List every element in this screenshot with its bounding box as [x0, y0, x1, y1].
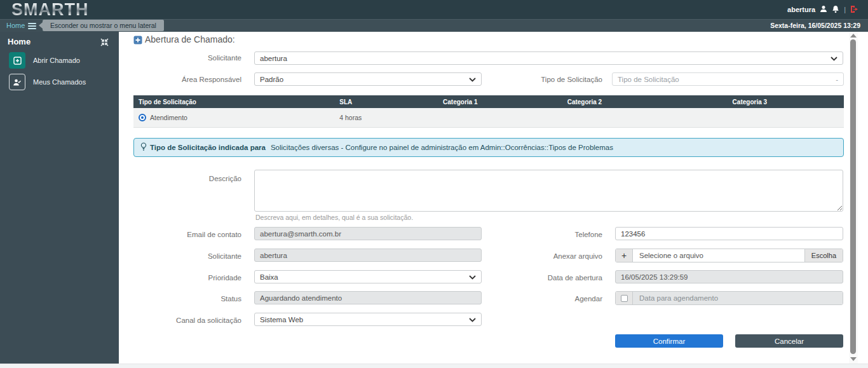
current-datetime: Sexta-feira, 16/05/2025 13:29 [770, 22, 860, 29]
email-contato-label: Email de contato [133, 231, 241, 238]
chevron-down-icon [469, 316, 476, 324]
sidebar-collapse-icon[interactable] [100, 37, 109, 49]
cancelar-button[interactable]: Cancelar [735, 334, 843, 348]
banner-bold-text: Tipo de Solicitação indicada para [150, 144, 266, 151]
status-input [254, 291, 482, 304]
anexar-arquivo-group: + Selecione o arquivo Escolha [615, 249, 843, 262]
horizontal-scrollbar-track[interactable] [0, 364, 868, 368]
descricao-help-text: Descreva aqui, em detalhes, qual é a sua… [255, 214, 413, 221]
breadcrumb-home-link[interactable]: Home [6, 22, 25, 29]
open-ticket-plus-icon [9, 52, 25, 69]
agendar-group: Data para agendamento [615, 291, 843, 305]
table-header-row: Tipo de Solicitação SLA Categoria 1 Cate… [133, 95, 844, 108]
canal-solicitacao-label: Canal da solicitação [133, 317, 241, 324]
row-sla-value: 4 horas [339, 114, 407, 121]
sidebar-item-label: Meus Chamados [33, 78, 86, 86]
chevron-down-icon [469, 273, 476, 281]
select2-dash-icon: - [836, 76, 838, 83]
anexar-arquivo-label: Anexar arquivo [494, 252, 602, 260]
scrollbar-up-arrow[interactable] [850, 34, 857, 37]
area-select-value: Padrão [260, 76, 283, 83]
logout-icon[interactable] [850, 5, 859, 15]
atendimento-radio[interactable] [139, 114, 146, 121]
sidebar-item-meus-chamados[interactable]: Meus Chamados [9, 74, 86, 90]
confirmar-button[interactable]: Confirmar [615, 334, 723, 348]
hamburger-menu-icon[interactable] [28, 23, 36, 31]
attach-plus-button[interactable]: + [616, 249, 633, 262]
telefone-label: Telefone [494, 231, 602, 238]
telefone-input[interactable] [615, 227, 843, 240]
my-tickets-person-icon [9, 74, 25, 90]
info-banner: Tipo de Solicitação indicada para Solici… [133, 138, 844, 157]
tipo-solicitacao-label: Tipo de Solicitação [494, 76, 602, 83]
col-header-categoria2: Categoria 2 [513, 99, 656, 106]
app-logo: SMARTH [11, 0, 89, 20]
sidebar-item-abrir-chamado[interactable]: Abrir Chamado [9, 52, 80, 69]
chevron-down-icon [831, 55, 837, 62]
agendar-checkbox-addon [616, 292, 633, 304]
descricao-textarea[interactable] [254, 170, 843, 212]
tipo-solicitacao-select[interactable]: Tipo de Solicitação - [612, 72, 844, 86]
sidebar-toggle-tooltip: Esconder ou mostrar o menu lateral [43, 20, 164, 31]
user-icon[interactable] [820, 5, 827, 14]
solicitante-select-value: abertura [260, 55, 287, 62]
col-header-categoria1: Categoria 1 [407, 99, 513, 106]
col-header-tipo: Tipo de Solicitação [133, 99, 339, 106]
prioridade-label: Prioridade [133, 274, 241, 282]
prioridade-select-value: Baixa [260, 273, 278, 281]
vertical-scrollbar-thumb[interactable] [850, 39, 856, 354]
solicitante-top-label: Solicitante [133, 54, 241, 62]
scrollbar-down-arrow[interactable] [850, 357, 857, 361]
area-responsavel-label: Área Responsável [133, 76, 241, 83]
area-responsavel-select[interactable]: Padrão [254, 72, 482, 86]
notifications-bell-icon[interactable] [832, 5, 839, 15]
form-title-plus-icon [133, 36, 142, 47]
data-abertura-input [615, 270, 843, 283]
page-title: Abertura de Chamado: [145, 34, 235, 44]
col-header-sla: SLA [339, 99, 407, 106]
username-label[interactable]: abertura [787, 6, 815, 13]
table-row[interactable]: Atendimento 4 horas [133, 108, 844, 128]
sidebar: Home Abrir Chamado Meus Chamados [0, 32, 119, 364]
canal-select-value: Sistema Web [260, 316, 303, 324]
top-bar: SMARTH abertura | [0, 0, 868, 19]
topbar-separator: | [844, 6, 846, 13]
topbar-user-area: abertura | [787, 0, 859, 19]
col-header-categoria3: Categoria 3 [656, 99, 844, 106]
solicitante-input [254, 249, 482, 262]
chevron-down-icon [469, 76, 476, 83]
solicitante-select[interactable]: abertura [254, 51, 843, 65]
data-abertura-label: Data de abertura [494, 274, 602, 282]
agendar-date-field: Data para agendamento [633, 292, 843, 304]
canal-solicitacao-select[interactable]: Sistema Web [254, 313, 482, 326]
escolha-button[interactable]: Escolha [804, 249, 843, 262]
row-tipo-value: Atendimento [150, 114, 187, 121]
app-window: SMARTH abertura | Home Esconder ou mostr… [0, 0, 868, 368]
lightbulb-icon [140, 142, 147, 153]
status-label: Status [133, 295, 241, 303]
solicitante-label: Solicitante [133, 252, 241, 260]
agendar-label: Agendar [494, 295, 602, 303]
email-contato-input [254, 227, 482, 240]
prioridade-select[interactable]: Baixa [254, 270, 482, 283]
tipo-select-placeholder: Tipo de Solicitação [618, 76, 679, 83]
tipo-solicitacao-table: Tipo de Solicitação SLA Categoria 1 Cate… [133, 95, 844, 128]
sidebar-item-label: Abrir Chamado [33, 57, 80, 64]
banner-text: Solicitações diversas - Configure no pai… [271, 144, 613, 151]
sidebar-title: Home [8, 37, 31, 46]
agendar-checkbox[interactable] [621, 295, 628, 302]
file-select-field[interactable]: Selecione o arquivo [633, 249, 804, 262]
descricao-label: Descrição [133, 175, 241, 182]
